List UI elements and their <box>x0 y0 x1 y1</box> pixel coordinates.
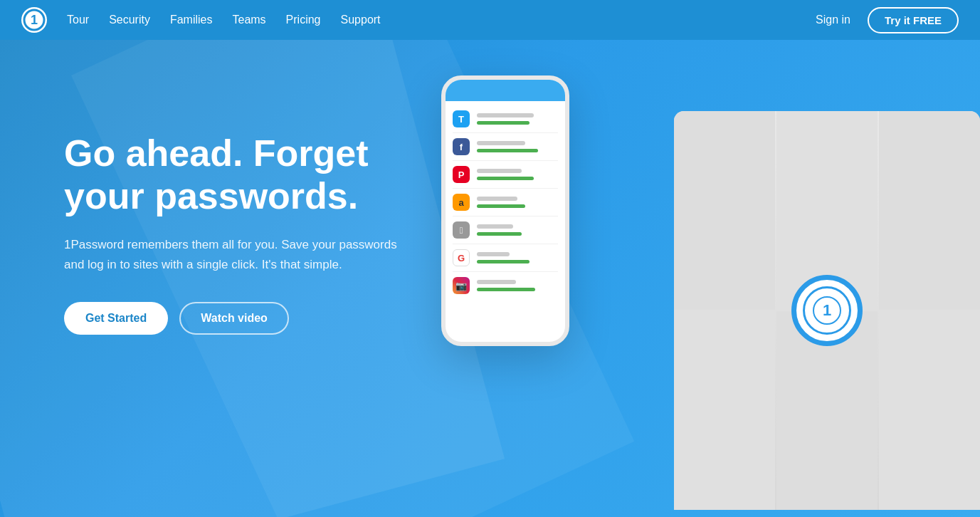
line-bot <box>477 177 534 180</box>
phone-list: T f P <box>446 101 565 303</box>
line-bot <box>477 204 525 208</box>
twitter-icon: T <box>453 110 470 127</box>
nav-links: Tour Security Families Teams Pricing Sup… <box>67 14 816 26</box>
list-item:  <box>453 216 558 244</box>
line-top <box>477 113 534 118</box>
watch-video-button[interactable]: Watch video <box>179 302 289 335</box>
instagram-icon: 📷 <box>453 277 470 294</box>
laptop-logo-circle: 1 <box>791 275 863 346</box>
get-started-button[interactable]: Get Started <box>64 302 168 335</box>
phone-body: T f P <box>441 75 569 346</box>
nav-support[interactable]: Support <box>341 14 381 26</box>
list-item: P <box>453 161 558 189</box>
try-free-button[interactable]: Try it FREE <box>868 7 959 33</box>
line-top <box>477 141 525 145</box>
svg-text:1: 1 <box>31 13 38 27</box>
nav-security[interactable]: Security <box>109 14 150 26</box>
hero-buttons: Get Started Watch video <box>64 302 413 335</box>
line-top <box>477 280 516 284</box>
nav-families[interactable]: Families <box>170 14 213 26</box>
line-bot <box>477 288 535 291</box>
nav-right: Sign in Try it FREE <box>816 7 959 33</box>
hero-section: Go ahead. Forget your passwords. 1Passwo… <box>0 40 980 517</box>
laptop-logo-inner: 1 <box>803 286 851 335</box>
facebook-icon: f <box>453 138 470 155</box>
list-item: 📷 <box>453 272 558 299</box>
amazon-icon: a <box>453 194 470 211</box>
hero-text-block: Go ahead. Forget your passwords. 1Passwo… <box>64 132 413 335</box>
nav-pricing[interactable]: Pricing <box>286 14 321 26</box>
svg-text:1: 1 <box>823 301 831 319</box>
line-bot <box>477 260 529 263</box>
line-top <box>477 197 517 201</box>
pinterest-icon: P <box>453 166 470 183</box>
phone-header <box>446 80 565 101</box>
line-bot <box>477 121 529 125</box>
logo[interactable]: 1 <box>21 7 47 33</box>
list-item: G <box>453 244 558 272</box>
line-top <box>477 252 510 256</box>
apple-icon:  <box>453 221 470 239</box>
line-bot <box>477 149 538 152</box>
signin-button[interactable]: Sign in <box>816 14 850 26</box>
google-icon: G <box>453 249 470 266</box>
list-item: T <box>453 105 558 133</box>
laptop-mockup: 1 <box>674 111 980 510</box>
list-item: f <box>453 133 558 161</box>
line-top <box>477 169 522 173</box>
line-top <box>477 224 513 229</box>
nav-teams[interactable]: Teams <box>232 14 265 26</box>
list-item: a <box>453 189 558 216</box>
hero-subtext: 1Password remembers them all for you. Sa… <box>64 235 413 275</box>
nav-tour[interactable]: Tour <box>67 14 89 26</box>
navigation: 1 Tour Security Families Teams Pricing S… <box>0 0 980 40</box>
hero-heading: Go ahead. Forget your passwords. <box>64 132 413 218</box>
phone-mockup: T f P <box>441 75 584 389</box>
line-bot <box>477 232 522 236</box>
